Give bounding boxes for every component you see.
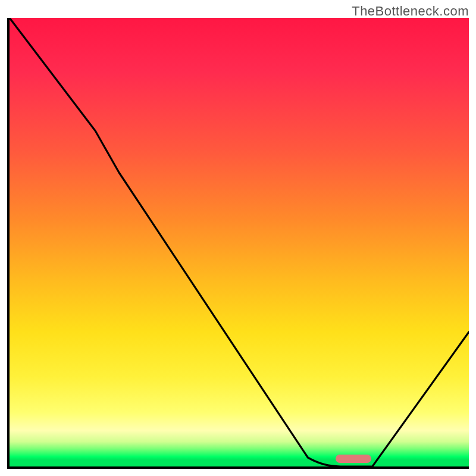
- plot-area: [7, 18, 469, 469]
- watermark-text: TheBottleneck.com: [352, 4, 469, 19]
- bottleneck-curve: [10, 18, 469, 466]
- chart-canvas: TheBottleneck.com: [0, 0, 476, 476]
- optimal-range-marker: [336, 455, 371, 463]
